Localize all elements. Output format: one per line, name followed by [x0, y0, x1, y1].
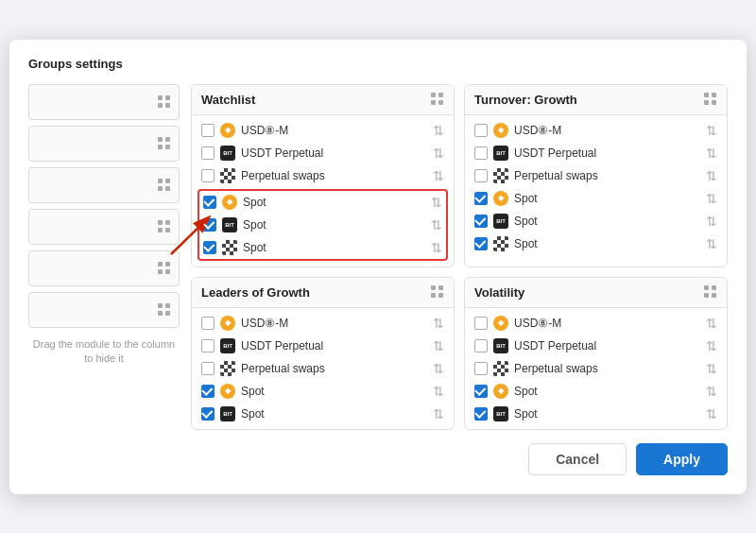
checkbox[interactable]: [474, 192, 488, 205]
list-item: BIT Spot ⇅: [198, 403, 448, 425]
token-icon: BIT: [220, 338, 235, 353]
sort-icon[interactable]: ⇅: [706, 406, 717, 421]
checkbox[interactable]: [474, 215, 488, 228]
sort-icon[interactable]: ⇅: [433, 168, 444, 183]
list-item: BIT Spot ⇅: [471, 210, 721, 232]
list-item: Perpetual swaps ⇅: [198, 357, 448, 380]
checkbox[interactable]: [203, 196, 216, 209]
sort-icon[interactable]: ⇅: [433, 123, 444, 138]
token-icon: [222, 240, 237, 255]
sidebar-item[interactable]: [28, 167, 180, 203]
sidebar-item[interactable]: [28, 84, 180, 120]
checkbox[interactable]: [201, 169, 215, 182]
token-icon: ◆: [220, 316, 235, 331]
sort-icon[interactable]: ⇅: [706, 214, 717, 229]
panel-title-turnover-growth: Turnover: Growth: [474, 93, 577, 107]
checkbox[interactable]: [203, 218, 216, 232]
sort-icon[interactable]: ⇅: [706, 384, 717, 399]
sort-icon[interactable]: ⇅: [433, 316, 444, 331]
checkbox[interactable]: [474, 362, 488, 375]
list-item: Perpetual swaps ⇅: [471, 357, 721, 380]
grid-icon: [158, 137, 171, 150]
grid-icon: [158, 220, 171, 233]
sort-icon[interactable]: ⇅: [706, 168, 717, 183]
token-icon: ◆: [493, 123, 508, 138]
checkbox[interactable]: [201, 124, 215, 137]
panel-body-watchlist: ◆ USD⑧-M ⇅ BIT USDT Perpetual ⇅ Perpetua…: [192, 115, 454, 266]
checkbox[interactable]: [474, 237, 488, 250]
sidebar-item[interactable]: [28, 250, 180, 286]
checkbox[interactable]: [474, 169, 488, 182]
modal-title: Groups settings: [28, 57, 728, 71]
sidebar-item[interactable]: [28, 209, 180, 245]
panel-leaders-of-growth: Leaders of Growth ◆ USD⑧-M ⇅ BIT USDT Pe…: [191, 277, 455, 430]
list-item: Perpetual swaps ⇅: [198, 164, 448, 187]
grid-icon: [704, 93, 717, 106]
highlighted-group: ◆ Spot ⇅ BIT Spot ⇅: [198, 189, 448, 261]
list-item: BIT USDT Perpetual ⇅: [471, 142, 721, 164]
sort-icon[interactable]: ⇅: [431, 217, 442, 232]
sort-icon[interactable]: ⇅: [706, 123, 717, 138]
sort-icon[interactable]: ⇅: [433, 146, 444, 161]
sort-icon[interactable]: ⇅: [433, 361, 444, 376]
checkbox[interactable]: [474, 407, 488, 421]
sort-icon[interactable]: ⇅: [431, 195, 442, 210]
checkbox[interactable]: [201, 339, 215, 352]
row-label: USDT Perpetual: [241, 146, 427, 160]
token-icon: [493, 168, 508, 183]
checkbox[interactable]: [474, 317, 488, 330]
list-item: BIT Spot ⇅: [199, 214, 446, 236]
checkbox[interactable]: [474, 385, 488, 398]
sort-icon[interactable]: ⇅: [706, 146, 717, 161]
grid-icon: [158, 262, 171, 275]
panel-header-volatility: Volatility: [465, 278, 727, 308]
cancel-button[interactable]: Cancel: [528, 443, 627, 475]
checkbox[interactable]: [474, 124, 488, 137]
panel-title-leaders-of-growth: Leaders of Growth: [201, 285, 310, 300]
sort-icon[interactable]: ⇅: [706, 191, 717, 206]
row-label: USD⑧-M: [514, 317, 700, 330]
grid-icon: [431, 93, 444, 106]
token-icon: ◆: [220, 384, 235, 399]
checkbox[interactable]: [474, 339, 488, 352]
token-icon: [493, 236, 508, 251]
panel-header-leaders-of-growth: Leaders of Growth: [192, 278, 454, 308]
token-icon: BIT: [220, 146, 235, 161]
list-item: ◆ Spot ⇅: [199, 191, 446, 214]
sort-icon[interactable]: ⇅: [706, 316, 717, 331]
list-item: BIT Spot ⇅: [471, 403, 721, 425]
list-item: Perpetual swaps ⇅: [471, 164, 721, 187]
sidebar-item[interactable]: [28, 292, 180, 328]
token-icon: [220, 361, 235, 376]
checkbox[interactable]: [201, 146, 215, 160]
panel-body-turnover-growth: ◆ USD⑧-M ⇅ BIT USDT Perpetual ⇅ Perpetua…: [465, 115, 727, 259]
list-item: Spot ⇅: [471, 232, 721, 255]
panel-volatility: Volatility ◆ USD⑧-M ⇅ BIT USDT Perpetual: [464, 277, 728, 430]
row-label: Perpetual swaps: [241, 362, 427, 375]
row-label: Spot: [241, 385, 427, 398]
list-item: ◆ Spot ⇅: [471, 187, 721, 210]
list-item: ◆ USD⑧-M ⇅: [471, 312, 721, 335]
sort-icon[interactable]: ⇅: [433, 338, 444, 353]
sort-icon[interactable]: ⇅: [706, 236, 717, 251]
sort-icon[interactable]: ⇅: [431, 240, 442, 255]
panel-title-volatility: Volatility: [474, 285, 524, 300]
apply-button[interactable]: Apply: [636, 443, 728, 475]
sort-icon[interactable]: ⇅: [706, 361, 717, 376]
sort-icon[interactable]: ⇅: [433, 406, 444, 421]
checkbox[interactable]: [201, 385, 215, 398]
panel-body-volatility: ◆ USD⑧-M ⇅ BIT USDT Perpetual ⇅ Perpetua…: [465, 308, 727, 429]
token-icon: ◆: [222, 195, 237, 210]
row-label: Spot: [514, 407, 700, 421]
sidebar-item[interactable]: [28, 126, 180, 162]
grid-icon: [704, 285, 717, 299]
checkbox[interactable]: [201, 362, 215, 375]
sort-icon[interactable]: ⇅: [433, 384, 444, 399]
checkbox[interactable]: [203, 241, 216, 254]
checkbox[interactable]: [201, 407, 215, 421]
checkbox[interactable]: [201, 317, 215, 330]
row-label: USD⑧-M: [241, 317, 427, 330]
sort-icon[interactable]: ⇅: [706, 338, 717, 353]
checkbox[interactable]: [474, 146, 488, 160]
token-icon: BIT: [493, 338, 508, 353]
